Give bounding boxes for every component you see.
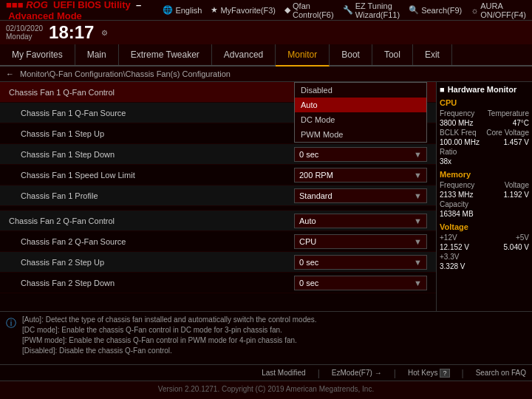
hw-cpu-ratio-row: Ratio xyxy=(440,148,529,156)
footer: Version 2.20.1271. Copyright (C) 2019 Am… xyxy=(0,381,532,397)
window-title: ■■■ ROG UEFI BIOS Utility – Advanced Mod… xyxy=(6,0,163,21)
hw-cpu-freq-val-row: 3800 MHz 47°C xyxy=(440,119,529,127)
search-btn[interactable]: 🔍 Search(F9) xyxy=(409,5,462,15)
dropdown-arrow-8: ▼ xyxy=(414,279,422,287)
setting-row-chassis2-source[interactable]: Chassis Fan 2 Q-Fan Source CPU ▼ xyxy=(0,231,436,252)
tab-my-favorites[interactable]: My Favorites xyxy=(0,44,75,65)
info-icon: ⓘ xyxy=(6,316,16,361)
dropdown-pwm-mode[interactable]: PWM Mode xyxy=(295,127,426,142)
hot-keys-item[interactable]: Hot Keys ? xyxy=(408,369,450,378)
hw-mem-labels-row: Frequency Voltage xyxy=(440,181,529,189)
date-display: 02/10/2020 xyxy=(6,24,43,33)
datetime-bar: 02/10/2020 Monday 18:17 ⚙ xyxy=(0,21,532,44)
setting-row-chassis1-stepdown[interactable]: Chassis Fan 1 Step Down 0 sec ▼ xyxy=(0,144,436,165)
hw-cpu-freq-row: Frequency Temperature xyxy=(440,109,529,117)
chassis2-stepdown-label: Chassis Fan 2 Step Down xyxy=(9,279,294,287)
left-panel: Chassis Fan 1 Q-Fan Control Auto ▼ Disab… xyxy=(0,82,436,311)
last-modified-item: Last Modified xyxy=(262,369,305,377)
tab-exit[interactable]: Exit xyxy=(413,44,452,65)
tab-extreme-tweaker[interactable]: Extreme Tweaker xyxy=(119,44,212,65)
settings-icon[interactable]: ⚙ xyxy=(101,29,108,37)
hw-volt33-label-row: +3.3V xyxy=(440,253,529,261)
globe-icon: 🌐 xyxy=(163,5,173,15)
time-display: 18:17 xyxy=(49,22,94,43)
divider-1: | xyxy=(318,368,320,378)
monitor-icon: ■ xyxy=(440,85,445,94)
dropdown-dc-mode[interactable]: DC Mode xyxy=(295,112,426,127)
chassis2-qfan-label: Chassis Fan 2 Q-Fan Control xyxy=(9,216,294,225)
divider-3: | xyxy=(462,368,464,378)
fan-icon: ◆ xyxy=(284,5,290,15)
chassis1-profile-label: Chassis Fan 1 Profile xyxy=(9,191,294,200)
chassis2-stepdown-value[interactable]: 0 sec ▼ xyxy=(294,276,427,290)
chassis1-stepdown-value[interactable]: 0 sec ▼ xyxy=(294,147,427,162)
dropdown-disabled[interactable]: Disabled xyxy=(295,83,426,98)
day-display: Monday xyxy=(6,33,33,41)
hw-mem-cap-label-row: Capacity xyxy=(440,200,529,208)
chassis1-profile-value[interactable]: Standard ▼ xyxy=(294,188,427,203)
tab-main[interactable]: Main xyxy=(75,44,119,65)
setting-row-chassis1-qfan[interactable]: Chassis Fan 1 Q-Fan Control Auto ▼ Disab… xyxy=(0,82,436,103)
hw-monitor-title: ■ Hardware Monitor xyxy=(440,85,529,94)
chassis1-speedlimit-label: Chassis Fan 1 Speed Low Limit xyxy=(9,171,294,180)
tab-monitor[interactable]: Monitor xyxy=(276,44,330,66)
aura-btn[interactable]: ☼ AURA ON/OFF(F4) xyxy=(471,1,526,19)
chassis1-qfan-label: Chassis Fan 1 Q-Fan Control xyxy=(9,88,294,97)
hw-volt-vals-row: 12.152 V 5.040 V xyxy=(440,243,529,251)
right-panel: ■ Hardware Monitor CPU Frequency Tempera… xyxy=(436,82,532,311)
myfavorites-btn[interactable]: ★ MyFavorite(F3) xyxy=(211,5,276,15)
setting-row-chassis1-profile[interactable]: Chassis Fan 1 Profile Standard ▼ xyxy=(0,185,436,206)
chassis2-qfan-value[interactable]: Auto ▼ xyxy=(294,214,427,228)
ez-mode-item[interactable]: EzMode(F7) → xyxy=(332,369,382,377)
top-bar-icons: 🌐 English ★ MyFavorite(F3) ◆ Qfan Contro… xyxy=(163,1,526,19)
dropdown-arrow-6: ▼ xyxy=(414,237,422,246)
dropdown-auto[interactable]: Auto xyxy=(295,98,426,112)
search-icon: 🔍 xyxy=(409,5,419,15)
setting-row-chassis2-stepup[interactable]: Chassis Fan 2 Step Up 0 sec ▼ xyxy=(0,252,436,273)
chassis2-source-label: Chassis Fan 2 Q-Fan Source xyxy=(9,237,294,246)
hw-cpu-section: CPU xyxy=(440,98,529,107)
wand-icon: 🔧 xyxy=(343,5,353,15)
tab-advanced[interactable]: Advanced xyxy=(212,44,276,65)
back-button[interactable]: ← xyxy=(6,69,14,78)
tab-tool[interactable]: Tool xyxy=(372,44,413,65)
dropdown-arrow-4: ▼ xyxy=(414,191,422,200)
divider-2: | xyxy=(394,368,396,378)
breadcrumb: Monitor\Q-Fan Configuration\Chassis Fan(… xyxy=(20,69,231,78)
eztuning-btn[interactable]: 🔧 EZ Tuning Wizard(F11) xyxy=(343,1,400,19)
top-bar: ■■■ ROG UEFI BIOS Utility – Advanced Mod… xyxy=(0,0,532,21)
ez-mode-arrow: → xyxy=(375,369,382,377)
action-bar: Last Modified | EzMode(F7) → | Hot Keys … xyxy=(0,364,532,381)
hw-voltage-section: Voltage xyxy=(440,222,529,231)
setting-row-chassis2-qfan[interactable]: Chassis Fan 2 Q-Fan Control Auto ▼ xyxy=(0,211,436,231)
hw-mem-cap-val-row: 16384 MB xyxy=(440,210,529,218)
hw-cpu-bclk-val-row: 100.00 MHz 1.457 V xyxy=(440,138,529,146)
setting-row-chassis2-stepdown[interactable]: Chassis Fan 2 Step Down 0 sec ▼ xyxy=(0,273,436,293)
tab-boot[interactable]: Boot xyxy=(330,44,372,65)
dropdown-arrow-3: ▼ xyxy=(414,171,422,180)
nav-tabs: My Favorites Main Extreme Tweaker Advanc… xyxy=(0,44,532,66)
aura-icon: ☼ xyxy=(471,6,478,15)
chassis2-stepup-value[interactable]: 0 sec ▼ xyxy=(294,255,427,270)
qfan-btn[interactable]: ◆ Qfan Control(F6) xyxy=(284,1,334,19)
chassis1-stepdown-label: Chassis Fan 1 Step Down xyxy=(9,150,294,159)
hw-cpu-ratio-val-row: 38x xyxy=(440,157,529,166)
search-faq-item[interactable]: Search on FAQ xyxy=(476,369,526,377)
hw-volt33-val-row: 3.328 V xyxy=(440,262,529,270)
star-icon: ★ xyxy=(211,5,218,15)
setting-row-chassis1-speedlimit[interactable]: Chassis Fan 1 Speed Low Limit 200 RPM ▼ xyxy=(0,165,436,185)
dropdown-arrow-2: ▼ xyxy=(414,150,422,159)
main-layout: Chassis Fan 1 Q-Fan Control Auto ▼ Disab… xyxy=(0,82,532,311)
dropdown-arrow-7: ▼ xyxy=(414,258,422,267)
hw-memory-section: Memory xyxy=(440,170,529,179)
language-selector[interactable]: 🌐 English xyxy=(163,5,202,15)
chassis1-speedlimit-value[interactable]: 200 RPM ▼ xyxy=(294,168,427,183)
hw-cpu-bclk-row: BCLK Freq Core Voltage xyxy=(440,129,529,137)
info-text: [Auto]: Detect the type of chassis fan i… xyxy=(22,315,526,361)
info-bar: ⓘ [Auto]: Detect the type of chassis fan… xyxy=(0,311,532,364)
breadcrumb-bar: ← Monitor\Q-Fan Configuration\Chassis Fa… xyxy=(0,66,532,82)
chassis2-stepup-label: Chassis Fan 2 Step Up xyxy=(9,258,294,267)
dropdown-arrow-5: ▼ xyxy=(414,216,422,225)
qfan-dropdown-menu: Disabled Auto DC Mode PWM Mode xyxy=(294,82,427,143)
chassis2-source-value[interactable]: CPU ▼ xyxy=(294,234,427,249)
